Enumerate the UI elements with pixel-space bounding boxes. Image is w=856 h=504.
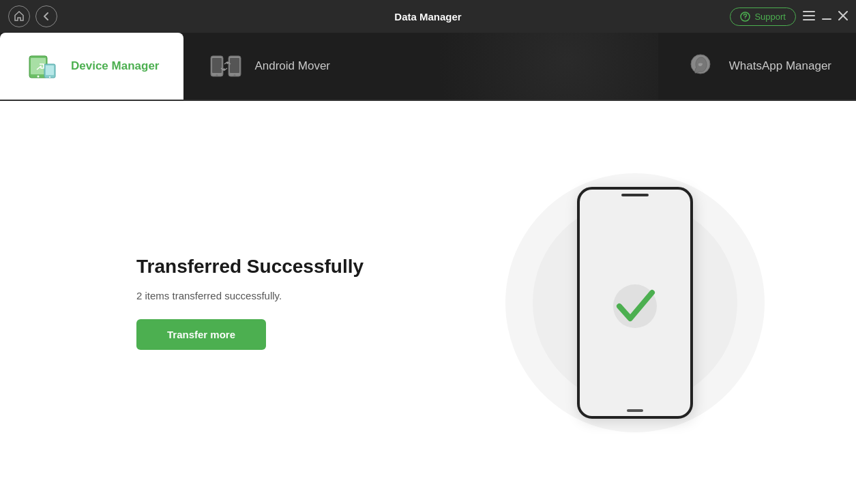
titlebar-title: Data Manager: [394, 11, 461, 23]
tab-whatsapp-manager-label: WhatsApp Manager: [729, 59, 831, 73]
whatsapp-manager-icon-wrap: [683, 48, 718, 84]
tab-device-manager-label: Device Manager: [71, 59, 159, 73]
svg-rect-5: [822, 18, 831, 20]
app-title: Data Manager: [394, 11, 461, 23]
support-button[interactable]: Support: [730, 8, 796, 26]
phone-mockup: [577, 187, 693, 419]
svg-rect-3: [803, 15, 815, 16]
checkmark-wrap: [601, 269, 669, 337]
svg-point-8: [38, 76, 40, 78]
success-subtitle: 2 items transferred successfully.: [136, 290, 469, 301]
main-content: Transferred Successfully 2 items transfe…: [0, 101, 856, 504]
phone-notch: [621, 194, 649, 196]
success-title: Transferred Successfully: [136, 256, 469, 278]
support-label: Support: [754, 12, 786, 22]
svg-rect-10: [46, 65, 54, 75]
android-mover-icon-wrap: [208, 48, 243, 84]
tab-whatsapp-manager[interactable]: WhatsApp Manager: [658, 33, 856, 100]
titlebar-right: Support: [730, 8, 848, 26]
svg-point-1: [745, 18, 746, 18]
checkmark-icon: [604, 272, 666, 333]
svg-point-14: [216, 74, 218, 76]
menu-button[interactable]: [803, 11, 815, 23]
titlebar-left: [8, 5, 57, 27]
tab-device-manager[interactable]: Device Manager: [0, 33, 183, 100]
nav-area: Device Manager Android Mover: [0, 33, 856, 101]
svg-rect-13: [212, 58, 222, 73]
phone-home-indicator: [627, 409, 643, 412]
illustration-section: [469, 187, 802, 419]
android-mover-icon: [209, 49, 243, 83]
window-controls: [803, 11, 848, 23]
device-manager-icon-wrap: [25, 48, 60, 84]
success-section: Transferred Successfully 2 items transfe…: [55, 256, 469, 350]
transfer-more-button[interactable]: Transfer more: [136, 319, 266, 350]
close-button[interactable]: [838, 11, 848, 23]
svg-rect-2: [803, 11, 815, 12]
nav-bg: [355, 33, 658, 100]
back-button[interactable]: [35, 5, 57, 27]
whatsapp-manager-icon: [683, 49, 718, 83]
tab-android-mover[interactable]: Android Mover: [183, 33, 355, 100]
device-manager-icon: [25, 49, 59, 83]
svg-rect-4: [803, 19, 815, 20]
titlebar: Data Manager Support: [0, 0, 856, 33]
svg-point-11: [49, 76, 50, 78]
svg-point-17: [234, 74, 236, 76]
tab-android-mover-label: Android Mover: [254, 59, 330, 73]
svg-rect-16: [230, 58, 239, 73]
home-button[interactable]: [8, 5, 30, 27]
minimize-button[interactable]: [822, 11, 831, 22]
